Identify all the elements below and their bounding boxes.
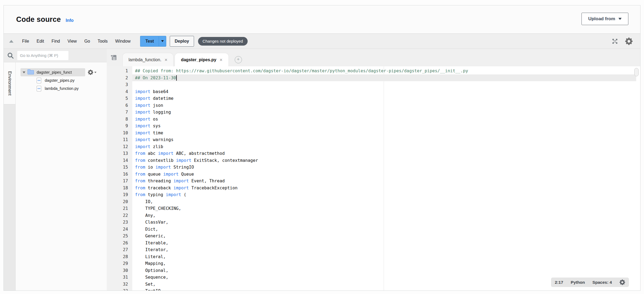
tab-bar: lambda_function. × dagster_pipes.py × +: [107, 49, 640, 66]
line-number: 21: [107, 205, 132, 212]
line-number: 5: [107, 95, 132, 102]
tab-dagster-pipes[interactable]: dagster_pipes.py ×: [175, 53, 228, 66]
line-number: 9: [107, 122, 132, 129]
menubar-right: [612, 37, 633, 45]
search-icon[interactable]: [7, 52, 14, 59]
code-line: import warnings: [132, 136, 636, 143]
code-line: Literal,: [132, 253, 636, 260]
line-number: 30: [107, 267, 132, 274]
editor-settings-gear-icon[interactable]: [619, 279, 625, 285]
tree-file-label: dagster_pipes.py: [45, 78, 74, 83]
code-editor[interactable]: 1234567891011121314151617181920212223242…: [107, 66, 640, 290]
file-tree-files: <>dagster_pipes.py<>lambda_function.py: [16, 76, 107, 93]
line-number: 3: [107, 81, 132, 88]
line-number: 8: [107, 116, 132, 123]
status-badge: Changes not deployed: [198, 37, 248, 46]
line-number: 27: [107, 246, 132, 253]
line-number: 26: [107, 240, 132, 247]
page-title: Code source: [16, 15, 61, 24]
fullscreen-icon[interactable]: [612, 38, 618, 45]
code-line: TextIO: [132, 288, 636, 290]
new-tab-button[interactable]: +: [235, 56, 242, 63]
environment-tab[interactable]: Environment: [4, 62, 15, 104]
goto-anything-input[interactable]: [17, 51, 68, 60]
code-line: Generic,: [132, 233, 636, 240]
menu-item-edit[interactable]: Edit: [33, 37, 48, 46]
line-number: 20: [107, 198, 132, 205]
line-number: 6: [107, 102, 132, 109]
line-number: 19: [107, 191, 132, 198]
line-number: 4: [107, 88, 132, 95]
line-number: 31: [107, 274, 132, 281]
menu-item-tools[interactable]: Tools: [94, 37, 111, 46]
code-line: from threading import Event, Thread: [132, 177, 636, 184]
language-mode[interactable]: Python: [571, 280, 585, 285]
code-line: from traceback import TracebackException: [132, 184, 636, 192]
code-line: IO,: [132, 198, 636, 205]
line-number: 28: [107, 253, 132, 260]
test-button[interactable]: Test: [140, 36, 159, 47]
menu-item-find[interactable]: Find: [48, 37, 64, 46]
chevron-down-icon: [161, 40, 164, 42]
code-line: from queue import Queue: [132, 171, 636, 178]
chevron-down-icon[interactable]: [23, 71, 25, 73]
python-file-icon: <>: [37, 86, 41, 91]
cursor-position[interactable]: 2:17: [555, 280, 563, 285]
line-number: 2: [107, 74, 132, 81]
menu-item-window[interactable]: Window: [112, 37, 134, 46]
deploy-button[interactable]: Deploy: [170, 36, 194, 47]
code-line: ## Copied from: https://raw.githubuserco…: [132, 67, 636, 74]
tree-file-row[interactable]: <>dagster_pipes.py: [16, 76, 107, 84]
line-number: 11: [107, 136, 132, 143]
line-number: 1: [107, 67, 132, 74]
upload-from-button[interactable]: Upload from: [581, 13, 628, 25]
info-link[interactable]: Info: [66, 18, 74, 23]
line-number: 25: [107, 233, 132, 240]
tree-settings-button[interactable]: [88, 70, 96, 75]
search-strip: [4, 49, 107, 62]
line-number: 13: [107, 150, 132, 157]
code-line: from typing import (: [132, 191, 636, 198]
spaces-setting[interactable]: Spaces: 4: [593, 280, 612, 285]
code-line: ClassVar,: [132, 219, 636, 226]
line-number: 15: [107, 164, 132, 171]
tree-folder-row[interactable]: dagster_pipes_funct: [16, 68, 107, 76]
code-line: TYPE_CHECKING,: [132, 205, 636, 212]
test-dropdown-button[interactable]: [159, 36, 166, 47]
close-icon[interactable]: ×: [165, 57, 168, 62]
code-line: Optional,: [132, 267, 636, 274]
menu-item-go[interactable]: Go: [81, 37, 94, 46]
line-number: 14: [107, 157, 132, 164]
code-line: Any,: [132, 212, 636, 219]
line-number: 10: [107, 129, 132, 136]
tree-folder-selected[interactable]: dagster_pipes_funct: [20, 68, 85, 76]
file-tree: dagster_pipes_funct <>dagster_pipes.py<>…: [16, 62, 107, 290]
tab-list-icon[interactable]: [110, 54, 117, 62]
environment-label: Environment: [7, 71, 12, 95]
vertical-scrollbar[interactable]: [634, 68, 639, 76]
settings-gear-icon[interactable]: [625, 37, 633, 45]
line-number: 7: [107, 109, 132, 116]
line-number: 17: [107, 177, 132, 184]
tab-label: lambda_function.: [129, 57, 161, 62]
menu-item-file[interactable]: File: [18, 37, 33, 46]
tree-file-row[interactable]: <>lambda_function.py: [16, 84, 107, 93]
line-number: 32: [107, 281, 132, 288]
code-line: import logging: [132, 109, 636, 116]
tree-folder-label: dagster_pipes_funct: [37, 70, 82, 74]
line-number: 22: [107, 212, 132, 219]
code-line: Iterator,: [132, 246, 636, 253]
editor-column: lambda_function. × dagster_pipes.py × + …: [107, 49, 640, 290]
collapse-panel-icon[interactable]: [9, 40, 13, 43]
line-number: 33: [107, 288, 132, 290]
menubar: FileEditFindViewGoToolsWindow Test Deplo…: [4, 33, 640, 49]
python-file-icon: <>: [37, 78, 41, 83]
close-icon[interactable]: ×: [220, 57, 223, 62]
tab-lambda-function[interactable]: lambda_function. ×: [122, 53, 174, 66]
test-split-button[interactable]: Test: [140, 36, 166, 47]
menu-item-view[interactable]: View: [64, 37, 80, 46]
tree-file-label: lambda_function.py: [45, 86, 79, 91]
chevron-down-icon: [94, 72, 96, 73]
line-number: 16: [107, 171, 132, 178]
chevron-down-icon: [618, 18, 622, 20]
